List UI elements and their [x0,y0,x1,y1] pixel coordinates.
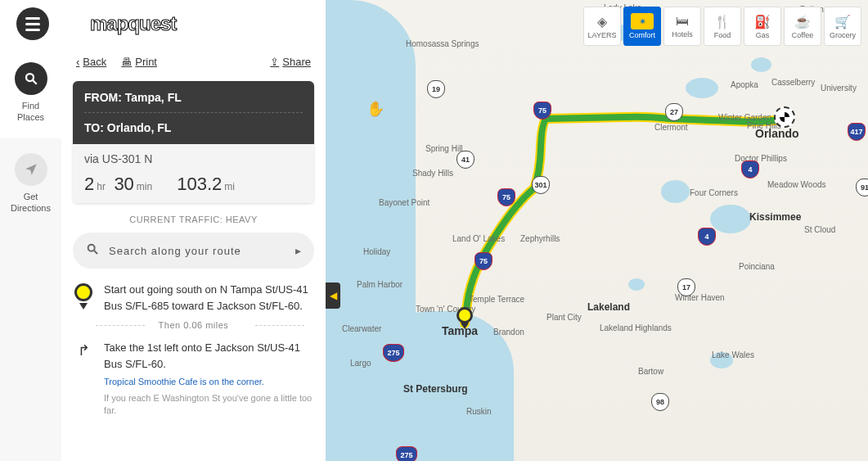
hours-value: 2 [84,174,94,195]
interstate-shield: 275 [396,446,417,461]
map-label: Apopka [731,80,758,89]
poi-layers[interactable]: ◈LAYERS [583,7,621,46]
grocery-icon: 🛒 [834,14,851,29]
interstate-shield: 4 [698,228,716,246]
interstate-shield: 75 [497,188,515,206]
menu-button[interactable] [16,7,49,40]
map-label: Homosassa Springs [406,39,479,48]
svg-line-1 [33,80,37,84]
map-label: Ruskin [466,407,492,416]
left-nav: Find Places Get Directions [0,47,61,461]
nav-find-places[interactable]: Find Places [0,47,61,138]
map-label: Four Corners [690,188,738,197]
map-label: St Petersburg [403,383,468,395]
poi-gas[interactable]: ⛽Gas [744,7,781,46]
map-label: Meadow Woods [767,180,826,189]
gas-icon: ⛽ [754,14,771,29]
poi-coffee[interactable]: ☕Coffee [784,7,821,46]
map-label: Plant City [546,313,582,322]
side-panel: ‹Back 🖶Print ⇪Share FROM: Tampa, FL TO: … [61,47,326,461]
interstate-shield: 75 [474,252,492,270]
map-label: Brandon [493,328,524,337]
traffic-status: CURRENT TRAFFIC: HEAVY [61,203,326,233]
svg-line-3 [94,251,97,254]
header: mapquest [0,0,326,47]
direction-step: ↰ Take the 1st left onto E Jackson St/US… [73,340,314,417]
map-label: Land O' Lakes [452,234,505,243]
map-label: University [821,84,857,93]
map-label: Spring Hill [425,144,463,153]
poi-food[interactable]: 🍴Food [704,7,741,46]
map-label: Largo [350,359,371,368]
route-from: FROM: Tampa, FL [84,91,303,113]
interstate-shield: 75 [533,102,551,120]
map-canvas[interactable]: ✋ Lady Lake Deltona Homosassa Springs Ap… [326,0,868,461]
share-icon: ⇪ [270,56,279,68]
turn-left-icon: ↰ [78,341,90,417]
route-summary-card: FROM: Tampa, FL TO: Orlando, FL via US-3… [73,81,314,203]
poi-hotels[interactable]: 🛏Hotels [663,7,701,46]
map-label: Palm Harbor [357,280,403,289]
layers-icon: ◈ [597,14,607,29]
map-label: Temple Terrace [469,295,524,304]
nav-label: Find Places [17,100,44,124]
search-along-label: Search along your route [109,245,286,257]
interstate-shield: 275 [383,344,404,362]
poi-grocery[interactable]: 🛒Grocery [824,7,861,46]
step-text: Start out going south on N Tampa St/US-4… [104,282,314,314]
map-label: Lakeland Highlands [600,323,672,332]
directions-list: Start out going south on N Tampa St/US-4… [61,269,326,417]
grab-cursor-icon: ✋ [367,100,385,118]
nav-get-directions[interactable]: Get Directions [0,138,61,229]
panel-toolbar: ‹Back 🖶Print ⇪Share [61,47,326,76]
distance-value: 103.2 [177,174,222,195]
nav-label: Get Directions [11,191,51,215]
svg-point-0 [26,74,34,81]
search-icon [86,242,99,259]
map-label: Clearwater [342,324,381,333]
poi-comfort[interactable]: ☀Comfort [623,7,661,46]
search-along-route[interactable]: Search along your route ▸ [73,233,314,269]
route-via: via US-301 N [84,152,303,165]
map-label: Holiday [363,247,390,256]
logo[interactable]: mapquest [90,12,176,35]
hwy-shield: 41 [456,151,474,169]
back-link[interactable]: ‹Back [76,56,106,68]
map-label: Poinciana [739,262,775,271]
search-icon [15,62,47,95]
collapse-panel-tab[interactable]: ◀ [326,282,340,309]
directions-icon [15,153,47,186]
comfort-icon: ☀ [631,13,654,29]
end-marker[interactable] [774,106,795,128]
route-to: TO: Orlando, FL [84,113,303,134]
step-note: Tropical Smoothie Cafe is on the corner. [104,375,314,389]
step-note: If you reach E Washington St you've gone… [104,392,314,418]
map-label: Bayonet Point [379,198,430,207]
start-marker[interactable] [456,307,473,323]
food-icon: 🍴 [714,14,731,29]
hwy-shield: 301 [532,176,550,194]
then-distance: Then 0.06 miles [73,320,314,330]
chevron-left-icon: ‹ [76,56,79,68]
map-label: Lakeland [587,301,630,313]
share-link[interactable]: ⇪Share [270,56,311,68]
map-label: Orlando [755,127,799,140]
poi-toolbar: ◈LAYERS ☀Comfort 🛏Hotels 🍴Food ⛽Gas ☕Cof… [583,7,861,46]
map-label: Bartow [638,367,663,376]
map-label: Zephyrhills [520,234,560,243]
chevron-right-icon: ▸ [295,244,301,257]
print-link[interactable]: 🖶Print [121,56,157,68]
hwy-shield: 27 [665,103,683,121]
start-pin-icon [74,283,92,306]
step-text: Take the 1st left onto E Jackson St/US-4… [104,340,314,372]
interstate-shield: 4 [741,160,759,179]
hwy-shield: 19 [427,80,445,98]
coffee-icon: ☕ [794,14,811,29]
print-icon: 🖶 [121,56,132,68]
map-label: Clermont [654,123,688,132]
map-label: Kissimmee [749,211,801,223]
direction-step: Start out going south on N Tampa St/US-4… [73,282,314,314]
map-label: Shady Hills [412,169,453,178]
map-label: Lake Wales [712,350,754,359]
svg-point-2 [88,245,95,251]
